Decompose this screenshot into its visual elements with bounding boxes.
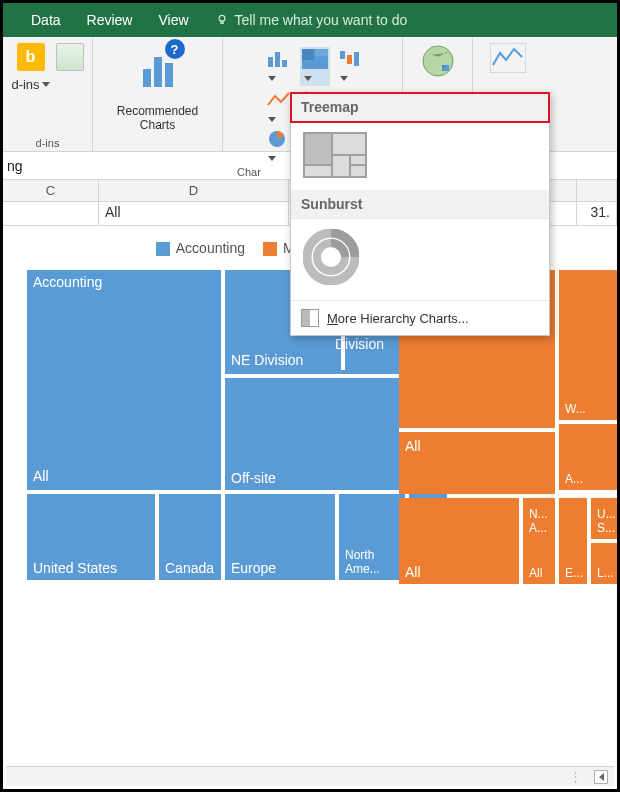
scroll-left-button[interactable] [594,770,608,784]
cell-d1[interactable]: All [99,202,289,225]
col-header-last[interactable] [577,180,617,201]
treemap-section-header: Treemap [291,93,549,122]
waterfall-chart-button[interactable] [338,49,364,84]
ribbon: b d-ins d-ins ? Recommended Charts Char [3,37,617,152]
column-chart-button[interactable] [266,49,292,84]
col-header-c[interactable]: C [3,180,99,201]
recommended-charts-group: ? Recommended Charts [93,37,223,151]
pie-chart-button[interactable] [266,129,292,164]
svg-point-0 [219,15,225,21]
tab-review[interactable]: Review [87,12,133,28]
node-mkt-e[interactable]: E... [559,498,587,584]
node-mkt-us-l: U... S... L... [591,498,620,584]
addins-dropdown[interactable]: d-ins [11,77,49,92]
svg-rect-7 [340,51,345,59]
node-nam[interactable]: North Ame... [339,494,405,580]
marketing-right: W... A... [559,270,620,494]
horizontal-scrollbar[interactable]: ⋮ [6,766,614,786]
sunburst-section-header: Sunburst [291,190,549,219]
cell-c1[interactable] [3,202,99,225]
col-header-d[interactable]: D [99,180,289,201]
legend-accounting: Accounting [156,240,245,256]
group-label-addins: d-ins [36,135,60,149]
node-mkt-na-all: N... A... All [523,498,555,584]
ribbon-tabs: Data Review View Tell me what you want t… [3,3,617,37]
node-mkt-all3[interactable]: All [523,543,555,584]
chevron-down-icon [42,82,50,87]
tell-me-text: Tell me what you want to do [235,12,408,28]
node-offsite[interactable]: Off-site [225,378,405,490]
svg-rect-22 [442,65,445,68]
sunburst-chart-option[interactable] [303,229,359,285]
lightbulb-icon [215,13,229,27]
hierarchy-chart-dropdown: Treemap Sunburst More Hierarchy Charts..… [290,92,550,336]
svg-rect-5 [302,49,314,60]
recommended-charts-button[interactable]: ? [135,43,181,87]
treemap-options [291,122,549,190]
node-europe[interactable]: Europe [225,494,335,580]
sunburst-options [291,219,549,300]
addins-label: d-ins [11,77,39,92]
svg-rect-1 [268,57,273,67]
svg-rect-3 [282,60,287,67]
formula-text: ng [7,158,23,174]
node-canada[interactable]: Canada [159,494,221,580]
node-mkt-a1[interactable]: A... [559,424,620,490]
node-mkt-all2[interactable]: All [399,498,519,584]
more-hierarchy-label: More Hierarchy Charts... [327,311,469,326]
cell-last[interactable]: 31. [577,202,617,225]
svg-rect-9 [354,52,359,66]
line-chart-button[interactable] [266,90,292,125]
maps-icon[interactable] [420,43,456,79]
svg-rect-2 [275,52,280,67]
svg-rect-8 [347,55,352,64]
people-graph-icon[interactable] [56,43,84,71]
node-us[interactable]: United States [27,494,155,580]
acct-col1: Accounting All United States Canada [27,270,221,580]
node-accounting-all[interactable]: Accounting All [27,270,221,490]
treemap-chart-option[interactable] [303,132,367,178]
tell-me-box[interactable]: Tell me what you want to do [215,12,408,28]
hierarchy-chart-button[interactable] [300,47,330,86]
bing-icon[interactable]: b [17,43,45,71]
more-hierarchy-charts[interactable]: More Hierarchy Charts... [291,300,549,335]
svg-point-20 [423,46,453,76]
tab-view[interactable]: View [158,12,188,28]
resize-grip-icon[interactable]: ⋮ [569,769,584,784]
hierarchy-icon [301,309,319,327]
group-label-charts: Char [235,164,261,178]
sparkline-line-icon[interactable] [490,43,526,73]
question-icon: ? [165,39,185,59]
tab-data[interactable]: Data [31,12,61,28]
node-mkt-l[interactable]: L... [591,543,620,584]
addins-group: b d-ins d-ins [3,37,93,151]
node-mkt-w[interactable]: W... [559,270,620,420]
node-mkt-us[interactable]: U... S... [591,498,620,539]
recommended-charts-label: Recommended Charts [117,104,198,132]
svg-rect-6 [315,49,328,56]
node-mkt-na[interactable]: N... A... [523,498,555,539]
